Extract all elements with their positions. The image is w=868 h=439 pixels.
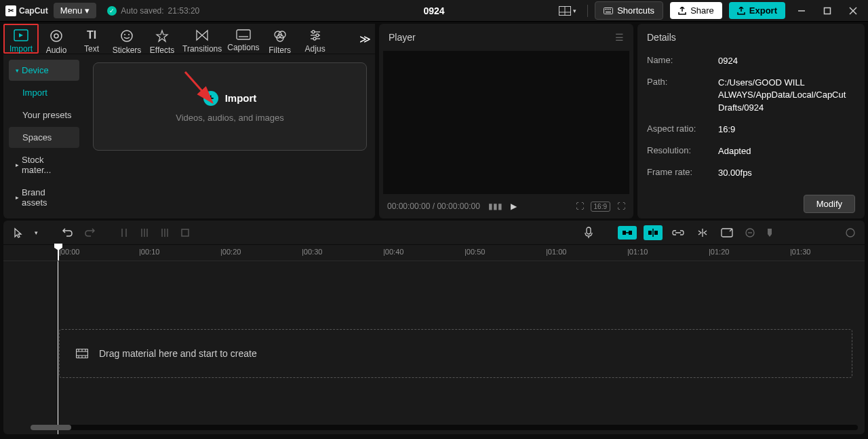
topbar-right: ▾ Shortcuts Share Export [555, 1, 863, 20]
split-button[interactable] [117, 225, 132, 241]
sidebar-item-device[interactable]: ▾Device [9, 60, 79, 81]
play-button[interactable]: ▶ [511, 202, 517, 211]
link-icon [672, 229, 684, 236]
sidebar-item-stock[interactable]: ▸Stock mater... [9, 149, 79, 180]
import-dropzone[interactable]: + Import Videos, audios, and images [93, 62, 367, 151]
captions-icon [236, 29, 251, 40]
import-row: + Import [203, 91, 257, 106]
sidebar-item-brand[interactable]: ▸Brand assets [9, 182, 79, 213]
trim-left-button[interactable] [137, 225, 152, 241]
svg-point-14 [51, 31, 62, 41]
maximize-icon [823, 7, 831, 15]
autosave-status: ✓ Auto saved: 21:53:20 [107, 6, 199, 16]
undo-button[interactable] [60, 225, 76, 240]
pointer-icon [13, 227, 24, 238]
tab-filters[interactable]: Filters [262, 24, 298, 54]
timeline-scrollbar[interactable] [31, 425, 858, 430]
tab-effects[interactable]: Effects [144, 24, 180, 54]
close-button[interactable] [844, 3, 863, 19]
caret-right-icon: ▸ [16, 194, 19, 201]
details-header: Details [637, 24, 865, 51]
redo-button[interactable] [81, 225, 98, 240]
export-button[interactable]: Export [729, 2, 785, 19]
scrollbar-thumb[interactable] [31, 425, 71, 430]
magnet-main-button[interactable] [618, 226, 637, 240]
shortcuts-button[interactable]: Shortcuts [595, 1, 663, 20]
svg-point-52 [846, 229, 854, 237]
svg-rect-3 [604, 7, 613, 14]
zoom-out-button[interactable] [743, 225, 757, 240]
svg-point-27 [316, 34, 319, 37]
fullscreen-icon[interactable]: ⛶ [617, 202, 625, 211]
svg-rect-42 [629, 231, 632, 235]
share-button[interactable]: Share [670, 2, 722, 19]
sidebar-item-presets[interactable]: Your presets [9, 104, 79, 126]
align-icon [696, 228, 709, 237]
transitions-icon [195, 29, 210, 41]
minimize-button[interactable] [792, 3, 811, 19]
trim-right-icon [160, 227, 170, 238]
zoom-slider[interactable] [764, 225, 775, 240]
pointer-dropdown[interactable]: ▾ [32, 227, 41, 239]
import-area: + Import Videos, audios, and images [85, 54, 375, 218]
menu-button[interactable]: Menu ▾ [54, 3, 97, 18]
text-icon: TI [84, 29, 99, 41]
delete-icon [180, 228, 190, 237]
check-icon: ✓ [107, 6, 117, 16]
preview-button[interactable] [718, 225, 736, 240]
modify-button[interactable]: Modify [804, 195, 855, 213]
redo-icon [84, 228, 95, 237]
magnet-track-button[interactable] [644, 225, 663, 240]
player-viewport[interactable] [383, 51, 629, 194]
detail-row-resolution: Resolution:Adapted [647, 145, 855, 157]
pointer-tool[interactable] [10, 225, 26, 241]
zoom-in-icon [846, 228, 855, 237]
share-icon [678, 7, 686, 15]
import-hint: Videos, audios, and images [176, 113, 283, 123]
slider-handle-icon [767, 228, 772, 237]
maximize-button[interactable] [818, 3, 837, 19]
import-icon [14, 29, 28, 41]
svg-rect-10 [825, 7, 831, 14]
tab-transitions[interactable]: Transitions [180, 24, 224, 54]
svg-rect-8 [606, 12, 611, 13]
tab-audio[interactable]: Audio [39, 24, 74, 54]
tabs-more-button[interactable]: ≫ [355, 24, 375, 54]
tab-stickers[interactable]: Stickers [109, 24, 144, 54]
trim-right-button[interactable] [157, 225, 172, 241]
delete-button[interactable] [178, 225, 193, 240]
adjust-icon [308, 29, 323, 41]
ratio-badge[interactable]: 16:9 [591, 202, 610, 212]
timeline-ruler[interactable]: |00:00 |00:10 |00:20 |00:30 |00:40 |00:5… [3, 245, 865, 261]
zoom-in-button[interactable] [843, 225, 858, 240]
layout-button[interactable]: ▾ [555, 3, 580, 18]
player-controls: 00:00:00:00 / 00:00:00:00 ▮▮▮ ▶ ⛶ 16:9 ⛶ [379, 194, 633, 218]
filters-icon [273, 29, 288, 43]
capcut-icon: ✂ [5, 5, 16, 16]
svg-rect-40 [587, 227, 591, 234]
tab-adjust[interactable]: Adjus [298, 24, 333, 54]
playhead-line[interactable] [58, 261, 58, 434]
timeline-dropzone[interactable]: Drag material here and start to create [59, 329, 852, 378]
tab-import[interactable]: Import [3, 24, 39, 54]
timeline-body[interactable]: Drag material here and start to create [3, 261, 865, 434]
chevron-down-icon: ▾ [85, 5, 90, 16]
link-button[interactable] [669, 227, 687, 239]
align-button[interactable] [694, 225, 711, 240]
media-body: ▾Device Import Your presets Spaces ▸Stoc… [3, 54, 375, 218]
hamburger-icon[interactable]: ☰ [615, 32, 624, 43]
magnet-icon [622, 229, 633, 237]
scale-icon[interactable]: ⛶ [576, 202, 584, 211]
sidebar-item-import[interactable]: Import [9, 82, 79, 103]
app-name: CapCut [19, 6, 48, 16]
trim-left-icon [140, 227, 149, 238]
zoom-out-icon [745, 228, 755, 237]
tab-captions[interactable]: Captions [224, 24, 262, 54]
caret-right-icon: ▸ [16, 161, 19, 168]
quality-icon[interactable]: ▮▮▮ [488, 202, 502, 211]
tab-text[interactable]: TI Text [74, 24, 109, 54]
svg-rect-4 [605, 9, 606, 10]
player-time: 00:00:00:00 / 00:00:00:00 [387, 202, 480, 211]
mic-button[interactable] [581, 224, 596, 242]
sidebar-item-spaces[interactable]: Spaces [9, 127, 79, 148]
